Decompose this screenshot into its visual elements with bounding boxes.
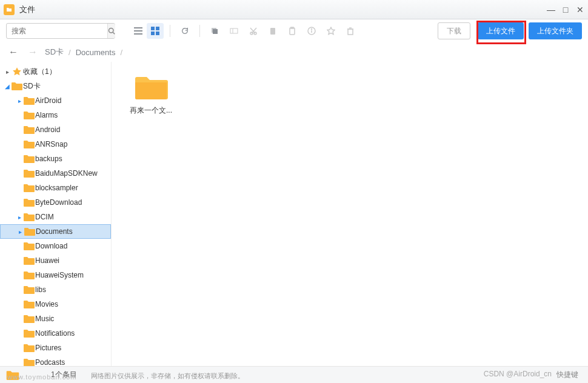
tree-toggle[interactable]: ▸ (16, 141, 23, 148)
svg-rect-6 (156, 27, 159, 30)
breadcrumb-item[interactable]: SD卡 (45, 47, 64, 58)
window-title: 文件 (19, 4, 547, 15)
nav-forward-button[interactable]: → (25, 47, 40, 58)
breadcrumb-separator: / (68, 48, 71, 57)
star-button[interactable] (322, 23, 339, 39)
sidebar-folder-pictures[interactable]: ▸Pictures (0, 341, 111, 355)
upload-file-button[interactable]: 上传文件 (478, 22, 524, 39)
folder-icon (23, 96, 35, 105)
toolbar: 下载 上传文件 上传文件夹 (0, 19, 588, 42)
tree-label: ByteDownload (35, 198, 82, 207)
clipboard-button[interactable] (284, 23, 301, 39)
folder-icon (23, 213, 35, 221)
sidebar-folder-libs[interactable]: ▸libs (0, 282, 111, 297)
sidebar-folder-baidumapsdknew[interactable]: ▸BaiduMapSDKNew (0, 166, 111, 181)
rename-button[interactable] (226, 23, 242, 39)
delete-button[interactable] (342, 23, 359, 39)
sidebar-folder-podcasts[interactable]: ▸Podcasts (0, 355, 111, 366)
tree-toggle[interactable]: ▸ (16, 228, 24, 235)
tree-toggle[interactable]: ▸ (16, 156, 23, 162)
close-button[interactable]: ✕ (576, 5, 584, 14)
sidebar-folder-blocksampler[interactable]: ▸blocksampler (0, 181, 111, 195)
copy-button[interactable] (206, 23, 223, 39)
sidebar-folder-dcim[interactable]: ▸DCIM (0, 210, 111, 224)
maximize-button[interactable]: □ (561, 5, 570, 14)
tree-toggle[interactable]: ▸ (16, 112, 23, 119)
tree-label: 收藏（1） (23, 67, 56, 77)
svg-rect-17 (270, 28, 275, 35)
folder-icon (23, 344, 35, 352)
cut-button[interactable] (245, 23, 262, 39)
tree-toggle[interactable]: ▸ (16, 214, 23, 221)
svg-rect-5 (151, 27, 155, 30)
svg-rect-4 (134, 33, 142, 35)
tree-label: Download (35, 242, 67, 250)
file-name: 再来一个文... (124, 105, 178, 116)
tree-toggle[interactable]: ▸ (16, 98, 23, 104)
sidebar-folder-documents[interactable]: ▸Documents (0, 224, 111, 239)
tree-toggle[interactable]: ▸ (16, 316, 23, 322)
sd-card-item[interactable]: ◢ SD卡 (0, 79, 111, 93)
tree-label: Android (35, 125, 60, 134)
tree-toggle[interactable]: ▸ (16, 359, 23, 366)
sidebar-folder-download[interactable]: ▸Download (0, 239, 111, 253)
minimize-button[interactable]: — (547, 5, 555, 14)
tree-toggle[interactable]: ▸ (16, 243, 23, 250)
tree-label: SD卡 (23, 81, 41, 92)
info-button[interactable] (303, 23, 320, 39)
tree-toggle[interactable]: ▸ (16, 345, 23, 351)
sidebar: ▸ 收藏（1） ◢ SD卡 ▸AirDroid▸Alarms▸Android▸A… (0, 62, 112, 366)
tree-label: Huawei (35, 256, 59, 265)
tree-toggle[interactable]: ▸ (16, 330, 23, 337)
folder-icon (23, 125, 35, 134)
sidebar-folder-huaweisystem[interactable]: ▸HuaweiSystem (0, 268, 111, 282)
tree-toggle[interactable]: ▸ (16, 185, 23, 192)
tree-toggle[interactable]: ▸ (16, 258, 23, 264)
sidebar-folder-backups[interactable]: ▸backups (0, 152, 111, 166)
sidebar-folder-bytedownload[interactable]: ▸ByteDownload (0, 195, 111, 210)
folder-icon (23, 242, 35, 250)
tree-toggle[interactable]: ▸ (16, 199, 23, 206)
tree-toggle[interactable]: ▸ (16, 127, 23, 133)
upload-folder-button[interactable]: 上传文件夹 (529, 22, 582, 39)
search-input[interactable] (7, 27, 107, 35)
svg-rect-23 (348, 29, 353, 35)
sidebar-folder-huawei[interactable]: ▸Huawei (0, 253, 111, 268)
tree-toggle[interactable]: ▸ (16, 272, 23, 279)
view-list-button[interactable] (130, 23, 147, 39)
svg-rect-2 (134, 27, 142, 28)
tree-toggle[interactable]: ▸ (16, 301, 23, 308)
favorites-item[interactable]: ▸ 收藏（1） (0, 64, 111, 79)
folder-icon (23, 285, 35, 294)
download-button: 下载 (438, 22, 470, 39)
folder-icon (24, 227, 36, 236)
file-grid: 再来一个文... (112, 62, 588, 366)
folder-item[interactable]: 再来一个文... (124, 74, 178, 116)
folder-icon (23, 155, 35, 163)
sidebar-folder-airdroid[interactable]: ▸AirDroid (0, 93, 111, 108)
paste-button[interactable] (264, 23, 281, 39)
sidebar-folder-anrsnap[interactable]: ▸ANRSnap (0, 137, 111, 152)
search-button[interactable] (107, 24, 115, 38)
breadcrumb-item[interactable]: Documents (76, 48, 116, 57)
tree-toggle[interactable]: ▸ (16, 287, 23, 293)
sidebar-folder-music[interactable]: ▸Music (0, 311, 111, 326)
sidebar-folder-alarms[interactable]: ▸Alarms (0, 108, 111, 122)
sidebar-folder-android[interactable]: ▸Android (0, 122, 111, 137)
sidebar-folder-movies[interactable]: ▸Movies (0, 297, 111, 311)
sidebar-folder-notifications[interactable]: ▸Notifications (0, 326, 111, 341)
folder-icon (11, 82, 23, 90)
tree-toggle[interactable]: ▸ (16, 170, 23, 177)
tree-label: AirDroid (35, 96, 61, 105)
svg-line-1 (113, 32, 115, 34)
nav-back-button[interactable]: ← (6, 47, 21, 58)
view-grid-button[interactable] (147, 23, 164, 39)
tree-toggle[interactable]: ▸ (4, 68, 11, 75)
window-controls: — □ ✕ (547, 5, 584, 14)
star-icon (11, 67, 23, 76)
breadcrumb-separator: / (120, 48, 122, 57)
tree-toggle[interactable]: ◢ (4, 83, 11, 90)
refresh-button[interactable] (176, 23, 193, 39)
shortcut-link[interactable]: 快捷键 (556, 370, 578, 380)
app-icon (4, 4, 15, 15)
